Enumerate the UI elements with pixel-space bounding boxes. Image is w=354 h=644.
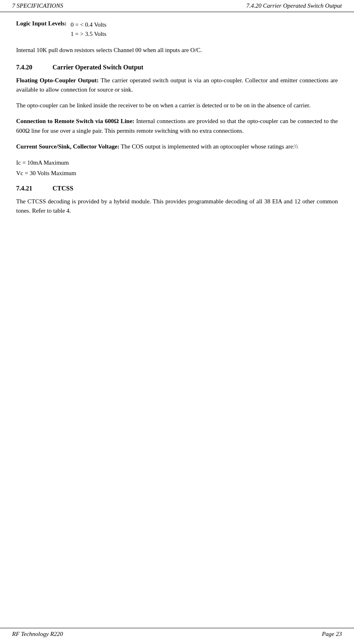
- section-7421-para1: The CTCSS decoding is provided by a hybr…: [16, 197, 338, 216]
- spec-lines: Ic = 10mA Maximum Vc = 30 Volts Maximum: [16, 158, 338, 178]
- logic-input-label: Logic Input Levels:: [16, 20, 67, 27]
- ic-label: Ic = 10mA Maximum: [16, 158, 338, 168]
- para4-bold: Current Source/Sink, Collector Voltage:: [16, 143, 119, 150]
- section-7420-title: Carrier Operated Switch Output: [52, 64, 143, 71]
- vc-label: Vc = 30 Volts Maximum: [16, 168, 338, 179]
- logic-input-section: Logic Input Levels: 0 = < 0.4 Volts 1 = …: [16, 20, 338, 38]
- section-7421-heading: 7.4.21 CTCSS: [16, 185, 338, 192]
- footer-left: RF Technology R220: [12, 631, 63, 638]
- internal-line: Internal 10K pull down resistors selects…: [16, 46, 338, 55]
- section-7421-number: 7.4.21: [16, 185, 40, 192]
- section-7420-para4: Current Source/Sink, Collector Voltage: …: [16, 142, 338, 151]
- logic-value-0: 0 = < 0.4 Volts: [71, 20, 106, 29]
- logic-value-1: 1 = > 3.5 Volts: [71, 29, 106, 39]
- main-content: Logic Input Levels: 0 = < 0.4 Volts 1 = …: [0, 20, 354, 238]
- section-7420-para3: Connection to Remote Switch via 600Ω Lin…: [16, 117, 338, 136]
- section-7421-title: CTCSS: [52, 185, 73, 192]
- footer-right: Page 23: [322, 631, 342, 638]
- logic-input-values: 0 = < 0.4 Volts 1 = > 3.5 Volts: [71, 20, 106, 38]
- para4-text: The COS output is implemented with an op…: [119, 143, 298, 150]
- para3-bold: Connection to Remote Switch via 600Ω Lin…: [16, 118, 134, 124]
- page-container: 7 SPECIFICATIONS 7.4.20 Carrier Operated…: [0, 0, 354, 644]
- header-left: 7 SPECIFICATIONS: [12, 2, 63, 9]
- section-7420-para2: The opto-coupler can be linked inside th…: [16, 101, 338, 110]
- para1-bold: Floating Opto-Coupler Output:: [16, 77, 99, 84]
- section-7420-number: 7.4.20: [16, 64, 40, 71]
- logic-input-row: Logic Input Levels: 0 = < 0.4 Volts 1 = …: [16, 20, 338, 38]
- header-right: 7.4.20 Carrier Operated Switch Output: [246, 2, 342, 9]
- section-7420-heading: 7.4.20 Carrier Operated Switch Output: [16, 64, 338, 71]
- page-footer: RF Technology R220 Page 23: [0, 628, 354, 640]
- section-7420-para1: Floating Opto-Coupler Output: The carrie…: [16, 76, 338, 95]
- page-header: 7 SPECIFICATIONS 7.4.20 Carrier Operated…: [0, 0, 354, 12]
